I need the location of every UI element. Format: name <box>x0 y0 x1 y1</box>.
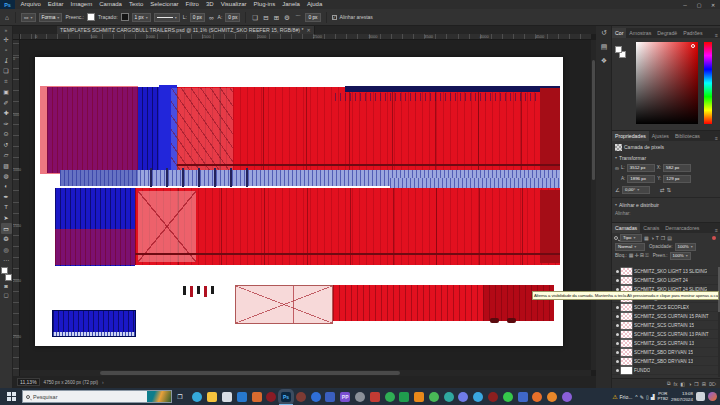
tab-close-icon[interactable]: ✕ <box>306 27 310 33</box>
zoom-tool[interactable]: ◎ <box>1 244 12 255</box>
tab-padres[interactable]: Padrões <box>680 28 705 38</box>
layer-row[interactable]: SCHMITZ_SCS CURTAIN 13 <box>612 339 718 348</box>
menu-selecionar[interactable]: Selecionar <box>147 0 182 9</box>
crop-tool[interactable]: ⌗ <box>1 76 12 87</box>
taskbar-app-app-eye[interactable] <box>473 392 483 402</box>
menu-imagem[interactable]: Imagem <box>67 0 96 9</box>
taskbar-search[interactable]: Pesquisar <box>22 390 172 403</box>
menu-texto[interactable]: Texto <box>125 0 146 9</box>
layer-row[interactable]: SCHMITZ_SCS CURTAIN 15 PAINT <box>612 312 718 321</box>
lasso-tool[interactable]: ʆ <box>1 55 12 66</box>
brush-tool[interactable]: ✑ <box>1 118 12 129</box>
dock-libraries-icon[interactable]: ❖ <box>596 54 612 68</box>
lock-icon[interactable]: ▦ <box>629 252 634 259</box>
arrange-icon[interactable]: ⊞ <box>273 13 280 22</box>
layer-row[interactable]: FUNDO <box>612 366 718 375</box>
quick-mask-icon[interactable]: ◙ <box>1 281 12 290</box>
language-indicator[interactable]: PORPTB2 <box>658 392 668 401</box>
vertical-scrollbar-thumb[interactable] <box>592 60 595 180</box>
taskbar-app-app-paw[interactable] <box>547 392 557 402</box>
tab-canais[interactable]: Canais <box>640 223 662 233</box>
hue-slider[interactable] <box>704 42 712 124</box>
warning-icon[interactable]: ⚠ <box>612 393 617 400</box>
taskbar-app-microsoft-store[interactable] <box>222 392 232 402</box>
shape-mode-select[interactable]: Forma▾ <box>39 13 63 22</box>
opacity-field[interactable]: 100%▾ <box>675 243 696 251</box>
foreground-color-swatch[interactable] <box>1 267 8 274</box>
taskbar-app-app-green-square[interactable] <box>399 392 409 402</box>
layer-row[interactable]: SCHMITZ_SKO LIGHT 13 SLIDING <box>612 267 718 276</box>
menu-plugins[interactable]: Plug-ins <box>250 0 279 9</box>
link-wh-icon[interactable]: ∞ <box>615 165 619 171</box>
dock-history-icon[interactable]: ↺ <box>596 26 612 40</box>
weather-widget[interactable]: ⚠ Frio... <box>612 393 632 400</box>
home-icon[interactable]: ⌂ <box>4 13 10 22</box>
taskbar-app-vlc[interactable] <box>414 392 424 402</box>
blur-tool[interactable]: ◍ <box>1 171 12 182</box>
shape-height-field[interactable]: 0 px <box>225 13 240 22</box>
layer-visibility-eye-icon[interactable] <box>613 351 621 354</box>
menu-filtro[interactable]: Filtro <box>182 0 202 9</box>
layer-visibility-eye-icon[interactable] <box>613 360 621 363</box>
layer-visibility-eye-icon[interactable] <box>613 315 621 318</box>
clone-stamp-tool[interactable]: ⊙ <box>1 129 12 140</box>
tray-app-icon[interactable] <box>696 392 705 401</box>
background-color-swatch[interactable] <box>5 274 12 281</box>
filter-icon[interactable]: ▦ <box>644 235 649 241</box>
taskbar-app-edge[interactable] <box>192 392 202 402</box>
pen-tray-icon[interactable]: ✎ <box>640 394 644 400</box>
tab-demarcadores[interactable]: Demarcadores <box>662 223 702 233</box>
layer-row[interactable]: SCHMITZ_SKO LIGHT 24 <box>612 276 718 285</box>
lock-icon[interactable]: ⊞ <box>640 252 644 259</box>
status-more-icon[interactable]: › <box>102 379 104 385</box>
move-tool[interactable]: ✢ <box>1 34 12 45</box>
width-field[interactable]: 3512 px <box>627 164 655 172</box>
close-button[interactable]: ✕ <box>706 0 720 9</box>
adjustment-layer-icon[interactable]: ◑ <box>688 381 691 387</box>
chevron-down-icon[interactable]: ▾ <box>615 202 617 207</box>
tab-camadas[interactable]: Camadas <box>612 223 640 233</box>
new-layer-icon[interactable]: ⊞ <box>702 381 706 387</box>
layer-visibility-eye-icon[interactable] <box>613 270 621 273</box>
height-field[interactable]: 1896 px <box>627 175 655 183</box>
horizontal-scrollbar-thumb[interactable] <box>100 371 400 375</box>
taskbar-app-app-purple-pp[interactable]: PP <box>340 392 350 402</box>
tab-bibliotecas[interactable]: Bibliotecas <box>672 131 703 141</box>
taskbar-app-opera-gx[interactable] <box>266 392 276 402</box>
rotation-field[interactable]: 0,00°▾ <box>622 186 650 194</box>
battery-icon[interactable]: ▯ <box>646 394 649 400</box>
menu-editar[interactable]: Editar <box>44 0 67 9</box>
tab-degrad[interactable]: Degradê <box>654 28 680 38</box>
menu-visualizar[interactable]: Visualizar <box>217 0 250 9</box>
layer-visibility-eye-icon[interactable] <box>613 333 621 336</box>
tool-preset-picker[interactable]: ▭▾ <box>21 13 36 22</box>
tab-propriedades[interactable]: Propriedades <box>612 131 649 141</box>
taskbar-app-file-explorer[interactable] <box>207 392 217 402</box>
foreground-color-swatch[interactable] <box>615 46 622 53</box>
chevron-down-icon[interactable]: ▾ <box>615 155 617 160</box>
link-layers-icon[interactable]: ⧉ <box>667 380 671 387</box>
canvas-area[interactable] <box>20 40 591 370</box>
stroke-width-field[interactable]: 1 px▾ <box>132 13 151 22</box>
x-field[interactable]: 582 px <box>663 164 691 172</box>
filter-type-select[interactable]: Tipo▾ <box>620 234 642 242</box>
delete-layer-icon[interactable]: ⌦ <box>709 381 716 387</box>
layer-visibility-eye-icon[interactable] <box>613 369 621 372</box>
lock-icon[interactable]: ⚿ <box>645 252 649 259</box>
tray-app-icon[interactable] <box>708 392 717 401</box>
layer-visibility-eye-icon[interactable] <box>613 342 621 345</box>
taskbar-app-app-red-square[interactable] <box>370 392 380 402</box>
layer-mask-icon[interactable]: ◧ <box>680 381 685 387</box>
flip-vertical-icon[interactable]: ⇅ <box>667 187 672 193</box>
hand-tool[interactable]: ❂ <box>1 234 12 245</box>
taskbar-app-mail-app[interactable] <box>252 392 262 402</box>
lock-icon[interactable]: ✛ <box>634 252 638 259</box>
taskbar-app-photoshop[interactable]: Ps <box>281 392 291 402</box>
document-artboard[interactable] <box>35 57 563 346</box>
corner-radius-field[interactable]: 0 px <box>305 13 320 22</box>
taskbar-app-app-green-2[interactable] <box>429 392 439 402</box>
taskbar-app-app-dark-red[interactable] <box>488 392 498 402</box>
taskbar-app-app-teal[interactable] <box>444 392 454 402</box>
start-button[interactable] <box>0 388 22 405</box>
layer-style-icon[interactable]: fx <box>674 381 678 387</box>
